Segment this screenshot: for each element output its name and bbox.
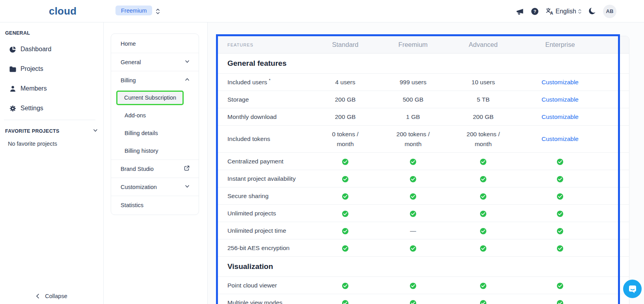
check-cell bbox=[312, 280, 378, 290]
check-circle-icon bbox=[480, 176, 486, 182]
nav-item-label: Billing history bbox=[125, 148, 158, 154]
plan-badge[interactable]: Freemium bbox=[115, 6, 152, 15]
nav-item-billing-details[interactable]: Billing details bbox=[111, 124, 199, 142]
nav-item-general[interactable]: General bbox=[111, 53, 199, 71]
dashboard-icon bbox=[9, 46, 17, 53]
check-cell bbox=[448, 243, 519, 253]
check-cell bbox=[448, 156, 519, 166]
check-cell bbox=[312, 298, 378, 304]
check-cell bbox=[519, 280, 601, 290]
nav-item-label: Brand Studio bbox=[121, 166, 154, 172]
check-circle-icon bbox=[557, 159, 563, 165]
favorites-empty-text: No favorite projects bbox=[8, 141, 103, 147]
value-cell: 200 tokens /month bbox=[378, 129, 448, 149]
check-cell bbox=[312, 208, 378, 218]
table-section-row: Visualization bbox=[218, 257, 629, 277]
check-circle-icon bbox=[410, 159, 416, 165]
check-circle-icon bbox=[557, 193, 563, 200]
chevron-down-icon[interactable] bbox=[93, 128, 98, 134]
feature-name: Centralized payment bbox=[218, 158, 312, 165]
check-cell bbox=[378, 298, 448, 304]
annotation-green-box: Current Subscription bbox=[111, 89, 199, 106]
feature-name: Included tokens bbox=[218, 135, 312, 143]
value-cell: 1 GB bbox=[378, 112, 448, 122]
table-row-unlimited-projects: Unlimited projects bbox=[218, 205, 629, 222]
table-section-title: General features bbox=[218, 59, 629, 68]
table-row-secure-sharing: Secure sharing bbox=[218, 187, 629, 205]
announcements-icon[interactable] bbox=[516, 7, 524, 16]
sidebar-item-members[interactable]: Members bbox=[0, 79, 103, 98]
dark-mode-icon[interactable] bbox=[588, 7, 597, 16]
customizable-link[interactable]: Customizable bbox=[519, 95, 601, 104]
collapse-button[interactable]: Collapse bbox=[0, 293, 103, 299]
dash-cell: — bbox=[378, 226, 448, 235]
check-circle-icon bbox=[557, 176, 563, 182]
check-circle-icon bbox=[342, 300, 348, 304]
help-icon[interactable]: ? bbox=[530, 7, 539, 16]
settings-nav-card: HomeGeneralBillingCurrent SubscriptionAd… bbox=[111, 33, 199, 215]
sidebar-item-settings[interactable]: Settings bbox=[0, 98, 103, 118]
check-cell bbox=[312, 174, 378, 184]
plan-comparison-panel: FEATURESStandardFreemiumAdvancedEnterpri… bbox=[218, 36, 629, 304]
plan-switcher-icon[interactable] bbox=[155, 8, 160, 15]
table-row-storage: Storage200 GB500 GB5 TBCustomizable bbox=[218, 91, 629, 108]
nav-item-label: Home bbox=[121, 41, 136, 47]
value-cell: 0 tokens /month bbox=[312, 129, 378, 149]
check-circle-icon bbox=[342, 176, 348, 182]
check-cell bbox=[312, 226, 378, 235]
nav-item-customization[interactable]: Customization bbox=[111, 178, 199, 196]
check-circle-icon bbox=[480, 245, 486, 252]
customizable-link[interactable]: Customizable bbox=[519, 77, 601, 87]
avatar[interactable]: AB bbox=[603, 5, 616, 18]
check-circle-icon bbox=[480, 300, 486, 304]
chat-icon bbox=[627, 284, 638, 294]
check-cell bbox=[448, 280, 519, 290]
check-cell bbox=[448, 226, 519, 235]
value-cell: 500 GB bbox=[378, 95, 448, 104]
table-section-row: General features bbox=[218, 54, 629, 74]
customizable-link[interactable]: Customizable bbox=[519, 134, 601, 144]
nav-item-label: Add-ons bbox=[125, 112, 146, 119]
nav-item-home[interactable]: Home bbox=[111, 35, 199, 53]
sidebar-item-label: Dashboard bbox=[20, 46, 51, 53]
check-circle-icon bbox=[557, 300, 563, 304]
language-selector[interactable]: A English bbox=[545, 7, 582, 16]
check-cell bbox=[519, 298, 601, 304]
check-cell bbox=[378, 174, 448, 184]
chevron-up-icon bbox=[184, 77, 190, 83]
check-cell bbox=[519, 243, 601, 253]
nav-item-statistics[interactable]: Statistics bbox=[111, 196, 199, 214]
nav-item-billing[interactable]: Billing bbox=[111, 71, 199, 89]
table-row-unlimited-project-time: Unlimited project time— bbox=[218, 222, 629, 239]
external-link-icon bbox=[184, 165, 190, 172]
chevron-down-icon bbox=[184, 59, 190, 65]
check-circle-icon bbox=[410, 176, 416, 182]
nav-item-label: General bbox=[121, 59, 141, 65]
table-header-features: FEATURES bbox=[218, 43, 312, 47]
check-cell bbox=[312, 156, 378, 166]
check-circle-icon bbox=[557, 228, 563, 234]
table-header-plan-enterprise: Enterprise bbox=[519, 41, 601, 48]
chat-widget-button[interactable] bbox=[623, 280, 642, 298]
check-cell bbox=[519, 208, 601, 218]
nav-item-add-ons[interactable]: Add-ons bbox=[111, 106, 199, 124]
feature-name: Monthly download bbox=[218, 113, 312, 120]
check-circle-icon bbox=[557, 211, 563, 217]
sidebar-item-projects[interactable]: Projects bbox=[0, 59, 103, 79]
check-cell bbox=[312, 191, 378, 201]
sidebar-item-label: Members bbox=[20, 85, 47, 92]
nav-item-brand-studio[interactable]: Brand Studio bbox=[111, 159, 199, 178]
check-circle-icon bbox=[480, 159, 486, 165]
app-logo: cloud bbox=[49, 5, 76, 17]
customizable-link[interactable]: Customizable bbox=[519, 112, 601, 122]
nav-item-current-subscription[interactable]: Current Subscription bbox=[116, 91, 184, 105]
check-cell bbox=[448, 208, 519, 218]
feature-name: Included users * bbox=[218, 78, 312, 86]
folder-icon bbox=[9, 65, 17, 73]
sidebar-section-general: GENERAL bbox=[5, 30, 98, 36]
sidebar-item-dashboard[interactable]: Dashboard bbox=[0, 39, 103, 59]
check-cell bbox=[519, 174, 601, 184]
table-row-centralized-payment: Centralized payment bbox=[218, 153, 629, 170]
nav-item-billing-history[interactable]: Billing history bbox=[111, 142, 199, 159]
table-row-instant-project-availability: Instant project availability bbox=[218, 170, 629, 187]
